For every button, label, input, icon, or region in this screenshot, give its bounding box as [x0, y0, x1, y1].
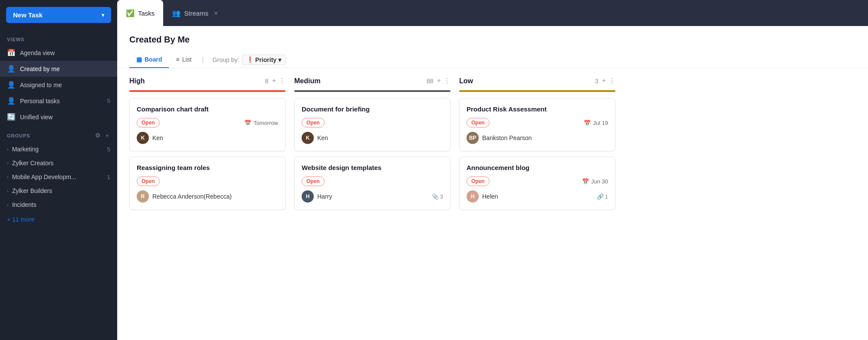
list-label: List: [182, 56, 192, 63]
mobile-app-badge: 1: [107, 174, 110, 180]
close-icon[interactable]: ✕: [214, 10, 218, 16]
sidebar-item-agenda[interactable]: 📅 Agenda view: [0, 45, 117, 61]
card-stats: 🔗 1: [597, 193, 608, 200]
avatar: H: [467, 190, 479, 203]
new-task-button[interactable]: New Task ▾: [6, 7, 111, 23]
status-badge: Open: [302, 177, 325, 186]
task-meta: Open: [302, 118, 443, 128]
tab-tasks[interactable]: ✅ Tasks: [117, 0, 163, 26]
sidebar-item-label: Personal tasks: [20, 98, 60, 105]
add-group-icon[interactable]: ＋: [104, 132, 110, 140]
sidebar-item-label: Agenda view: [20, 49, 55, 56]
board-label: Board: [145, 56, 162, 63]
task-card-announcement[interactable]: Announcement blog Open 📅 Jun 30 H Helen: [459, 157, 615, 210]
tab-board[interactable]: ▦ Board: [129, 52, 169, 68]
chevron-right-icon: ›: [7, 147, 9, 152]
sidebar-item-created-by-me[interactable]: 👤 Created by me: [0, 61, 117, 77]
column-medium-actions[interactable]: + ⋮: [437, 77, 450, 85]
page-header: Created By Me: [117, 26, 868, 45]
chevron-right-icon: ›: [7, 160, 9, 166]
due-date-value: Jul 19: [593, 120, 608, 126]
task-footer: H Helen 🔗 1: [467, 190, 608, 203]
groups-actions[interactable]: ⚙ ＋: [95, 132, 110, 140]
group-item-mobile-app[interactable]: › Mobile App Developm... 1: [0, 170, 117, 184]
main-content: ✅ Tasks 👥 Streams ✕ Created By Me ▦ Boar…: [117, 0, 868, 340]
column-low: Low 3 + ⋮ Product Risk Assessment Open 📅: [459, 77, 615, 321]
sidebar-item-assigned-to-me[interactable]: 👤 Assigned to me: [0, 77, 117, 93]
tab-bar: ✅ Tasks 👥 Streams ✕: [117, 0, 868, 26]
group-item-zylker-creators[interactable]: › Zylker Creators: [0, 156, 117, 170]
task-meta: Open 📅 Jun 30: [467, 177, 608, 186]
tab-list[interactable]: ≡ List: [169, 52, 198, 68]
calendar-icon: 📅: [582, 178, 589, 185]
avatar: BP: [467, 132, 479, 144]
sidebar-item-unified-view[interactable]: 🔄 Unified view: [0, 109, 117, 125]
list-icon: ≡: [176, 56, 179, 63]
unified-icon: 🔄: [7, 113, 16, 121]
assignee: H Helen: [467, 190, 498, 203]
status-badge: Open: [137, 118, 160, 128]
task-card-reassigning[interactable]: Reassigning team roles Open R Rebecca An…: [129, 157, 286, 210]
chevron-right-icon: ›: [7, 202, 9, 207]
due-date: 📅 Jul 19: [584, 120, 608, 126]
status-badge: Open: [302, 118, 325, 128]
content-area: Created By Me ▦ Board ≡ List | Group by:…: [117, 26, 868, 340]
task-footer: BP Bankston Pearson: [467, 132, 608, 144]
calendar-icon: 📅: [584, 120, 591, 126]
due-date-value: Tomorrow: [253, 120, 278, 126]
chevron-right-icon: ›: [7, 174, 9, 180]
attachment-count: 3: [440, 193, 443, 200]
assignee-name: Rebecca Anderson(Rebecca): [152, 193, 232, 200]
groups-section-label: GROUPS: [7, 133, 95, 138]
task-meta: Open 📅 Jul 19: [467, 118, 608, 128]
task-card-website[interactable]: Website design templates Open H Harry 📎: [294, 157, 450, 210]
marketing-badge: 5: [107, 146, 110, 153]
settings-icon[interactable]: ⚙: [95, 132, 101, 140]
add-card-icon[interactable]: +: [602, 77, 606, 85]
streams-tab-icon: 👥: [172, 9, 181, 17]
chevron-down-icon: ▾: [102, 12, 104, 18]
task-title: Website design templates: [302, 164, 443, 171]
task-card-comparison[interactable]: Comparison chart draft Open 📅 Tomorrow K…: [129, 98, 286, 151]
priority-label: Priority: [255, 56, 276, 63]
personal-tasks-badge: 5: [107, 98, 110, 104]
group-item-incidents[interactable]: › Incidents: [0, 198, 117, 212]
more-options-icon[interactable]: ⋮: [444, 77, 450, 85]
column-low-actions[interactable]: + ⋮: [602, 77, 615, 85]
group-item-zylker-builders[interactable]: › Zylker Builders: [0, 184, 117, 198]
subtask-count: 1: [605, 193, 608, 200]
column-high-actions[interactable]: + ⋮: [272, 77, 286, 85]
more-groups-link[interactable]: + 11 more: [0, 212, 117, 227]
group-item-marketing[interactable]: › Marketing 5: [0, 142, 117, 156]
sidebar-item-label: Unified view: [20, 114, 53, 121]
assignee-name: Ken: [317, 134, 328, 141]
column-high-header: High 8 + ⋮: [129, 77, 286, 90]
avatar: K: [302, 132, 314, 144]
avatar: R: [137, 190, 149, 203]
task-card-document[interactable]: Document for briefing Open K Ken: [294, 98, 450, 151]
add-card-icon[interactable]: +: [437, 77, 441, 85]
task-meta: Open: [137, 177, 278, 186]
task-footer: R Rebecca Anderson(Rebecca): [137, 190, 278, 203]
task-title: Announcement blog: [467, 164, 608, 171]
column-medium-title: Medium: [294, 77, 423, 85]
user-icon: 👤: [7, 65, 16, 73]
assignee-name: Harry: [317, 193, 332, 200]
board: High 8 + ⋮ Comparison chart draft Open 📅: [117, 68, 868, 330]
subtask-stat: 🔗 1: [597, 193, 608, 200]
task-footer: H Harry 📎 3: [302, 190, 443, 203]
assignee: K Ken: [302, 132, 328, 144]
board-icon: ▦: [136, 56, 142, 63]
group-item-label: Mobile App Developm...: [12, 173, 76, 180]
sidebar-item-personal-tasks[interactable]: 👤 Personal tasks 5: [0, 93, 117, 109]
task-card-product-risk[interactable]: Product Risk Assessment Open 📅 Jul 19 BP…: [459, 98, 615, 151]
add-card-icon[interactable]: +: [272, 77, 276, 85]
group-by-value[interactable]: ❗ Priority ▾: [242, 55, 286, 65]
task-title: Reassigning team roles: [137, 164, 278, 171]
more-options-icon[interactable]: ⋮: [279, 77, 286, 85]
assignee-name: Bankston Pearson: [482, 134, 532, 141]
tab-streams[interactable]: 👥 Streams ✕: [163, 0, 227, 26]
group-item-label: Incidents: [12, 201, 36, 208]
more-options-icon[interactable]: ⋮: [608, 77, 615, 85]
assignee: BP Bankston Pearson: [467, 132, 532, 144]
